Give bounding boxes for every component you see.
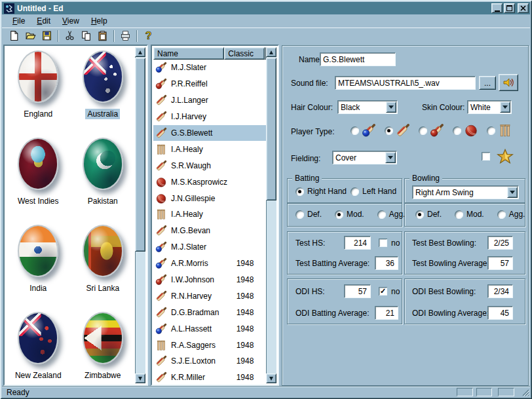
- radio-button[interactable]: [335, 210, 343, 219]
- odi-best-bowling-input[interactable]: 2/34: [487, 284, 513, 298]
- team-scrollbar[interactable]: [135, 47, 145, 383]
- player-list-scrollbar[interactable]: [266, 47, 276, 383]
- player-row[interactable]: D.G.Bradman 1948: [153, 304, 266, 320]
- radio-button[interactable]: [295, 210, 304, 219]
- aggression-option[interactable]: Mod.: [455, 210, 484, 219]
- radio-button[interactable]: [385, 126, 393, 135]
- scroll-down-button[interactable]: [135, 373, 145, 383]
- fielding-select[interactable]: Cover: [332, 151, 397, 164]
- team-item[interactable]: India: [6, 221, 71, 309]
- odi-hs-notout-checkbox[interactable]: [379, 287, 387, 295]
- aggression-option[interactable]: Def.: [295, 210, 322, 219]
- radio-button[interactable]: [377, 210, 386, 219]
- maximize-button[interactable]: [504, 3, 515, 13]
- team-name-label[interactable]: Australia: [85, 109, 120, 119]
- player-row[interactable]: K.R.Miller 1948: [153, 370, 266, 383]
- bowling-style-select[interactable]: Right Arm Swing: [412, 185, 519, 199]
- player-type-option[interactable]: [351, 123, 376, 138]
- scrollbar-thumb[interactable]: [135, 58, 145, 252]
- player-row[interactable]: I.J.Harvey: [153, 109, 266, 125]
- team-flag-ball[interactable]: [18, 225, 58, 277]
- team-flag-ball[interactable]: [18, 50, 58, 103]
- player-type-option[interactable]: [385, 123, 410, 138]
- sound-file-input[interactable]: MTEAMS\AUSTRALI\5_.wav: [335, 76, 476, 90]
- player-row[interactable]: A.L.Hassett 1948: [153, 320, 266, 337]
- toolbar-button[interactable]: [94, 29, 111, 43]
- column-header-classic[interactable]: Classic: [224, 47, 265, 60]
- team-name-label[interactable]: Pakistan: [86, 196, 120, 206]
- team-flag-ball[interactable]: [83, 138, 123, 190]
- team-item[interactable]: Pakistan: [71, 134, 136, 221]
- player-row[interactable]: S.R.Waugh: [153, 157, 266, 174]
- menu-item[interactable]: View: [56, 16, 85, 27]
- team-flag-ball[interactable]: [18, 312, 58, 364]
- team-flag-ball[interactable]: [18, 138, 58, 190]
- odi-bowling-average-input[interactable]: 45: [487, 306, 513, 320]
- odi-hs-input[interactable]: 57: [344, 284, 371, 298]
- toolbar-button[interactable]: [140, 29, 157, 43]
- player-row[interactable]: A.R.Morris 1948: [153, 256, 266, 272]
- radio-button[interactable]: [351, 187, 359, 196]
- player-row[interactable]: I.A.Healy: [153, 206, 266, 223]
- radio-button[interactable]: [453, 126, 461, 135]
- scroll-down-button[interactable]: [266, 373, 276, 383]
- player-row[interactable]: M.J.Slater: [153, 60, 266, 76]
- toolbar-button[interactable]: [113, 30, 115, 42]
- team-flag-ball[interactable]: [83, 312, 123, 364]
- toolbar-button[interactable]: [6, 29, 22, 43]
- player-row[interactable]: M.S.Kasprowicz: [153, 174, 266, 190]
- aggression-option[interactable]: Def.: [415, 210, 442, 219]
- title-bar[interactable]: Untitled - Ed: [2, 2, 530, 14]
- column-header-name[interactable]: Name: [153, 47, 224, 60]
- player-row[interactable]: G.S.Blewett: [153, 125, 266, 142]
- menu-item[interactable]: Help: [85, 16, 113, 27]
- test-best-bowling-input[interactable]: 2/25: [487, 236, 513, 250]
- team-item[interactable]: Sri Lanka: [71, 221, 136, 309]
- toolbar-button[interactable]: [78, 29, 94, 43]
- test-batting-average-input[interactable]: 36: [375, 256, 398, 270]
- player-row[interactable]: P.R.Reiffel: [153, 76, 266, 92]
- player-row[interactable]: J.L.Langer: [153, 92, 266, 109]
- toolbar-button[interactable]: [39, 29, 55, 43]
- skin-colour-select[interactable]: White: [467, 100, 512, 114]
- team-item[interactable]: Zimbabwe: [71, 309, 136, 383]
- player-row[interactable]: S.J.E.Loxton 1948: [153, 353, 266, 370]
- browse-button[interactable]: ...: [479, 76, 496, 90]
- radio-button[interactable]: [497, 210, 506, 219]
- player-row[interactable]: M.J.Slater: [153, 239, 266, 256]
- player-row[interactable]: M.G.Bevan: [153, 223, 266, 239]
- test-hs-input[interactable]: 214: [344, 236, 371, 250]
- close-button[interactable]: [518, 3, 529, 13]
- aggression-option[interactable]: Agg.: [377, 210, 406, 219]
- minimize-button[interactable]: [491, 3, 503, 13]
- team-item[interactable]: New Zealand: [6, 309, 71, 383]
- hand-option[interactable]: Left Hand: [351, 187, 396, 196]
- dropdown-button[interactable]: [385, 152, 396, 163]
- team-name-label[interactable]: West Indies: [16, 196, 60, 206]
- team-item[interactable]: Australia: [71, 47, 136, 134]
- player-row[interactable]: R.N.Harvey 1948: [153, 288, 266, 304]
- star-player-checkbox[interactable]: [482, 152, 490, 161]
- play-sound-button[interactable]: [499, 74, 518, 91]
- name-input[interactable]: G.S.Blewett: [320, 52, 396, 66]
- test-bowling-average-input[interactable]: 57: [487, 256, 513, 270]
- team-name-label[interactable]: Sri Lanka: [84, 283, 121, 294]
- aggression-option[interactable]: Agg.: [497, 210, 525, 219]
- aggression-option[interactable]: Mod.: [335, 210, 364, 219]
- player-type-option[interactable]: [453, 123, 478, 138]
- toolbar-button[interactable]: [58, 30, 59, 42]
- team-item[interactable]: West Indies: [6, 134, 71, 221]
- team-name-label[interactable]: England: [22, 109, 54, 119]
- radio-button[interactable]: [415, 210, 424, 219]
- resize-grip[interactable]: [521, 388, 529, 396]
- dropdown-button[interactable]: [507, 187, 518, 198]
- player-type-option[interactable]: [487, 123, 512, 138]
- team-name-label[interactable]: Zimbabwe: [83, 370, 123, 381]
- hair-colour-select[interactable]: Black: [337, 100, 398, 114]
- toolbar-button[interactable]: [117, 29, 134, 43]
- player-type-option[interactable]: [419, 123, 444, 138]
- dropdown-button[interactable]: [386, 102, 396, 113]
- player-row[interactable]: I.W.Johnson 1948: [153, 272, 266, 288]
- team-name-label[interactable]: India: [28, 283, 48, 294]
- player-row[interactable]: R.A.Saggers 1948: [153, 337, 266, 353]
